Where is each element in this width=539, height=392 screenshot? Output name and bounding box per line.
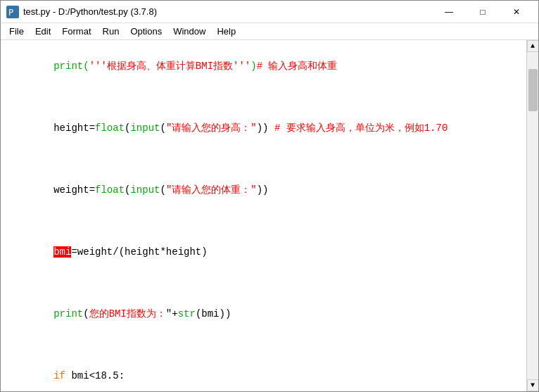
- menu-window[interactable]: Window: [167, 25, 211, 38]
- maximize-button[interactable]: □: [467, 1, 499, 23]
- menu-file[interactable]: File: [4, 25, 30, 38]
- editor-area: print('''根据身高、体重计算BMI指数''')# 输入身高和体重 hei…: [1, 40, 538, 391]
- code-line-10: [6, 337, 521, 353]
- close-button[interactable]: ✕: [500, 1, 533, 23]
- scroll-thumb[interactable]: [528, 69, 538, 111]
- menu-options[interactable]: Options: [125, 25, 167, 38]
- main-window: P test.py - D:/Python/test.py (3.7.8) — …: [0, 0, 539, 392]
- code-line-4: [6, 151, 521, 167]
- code-line-2: [6, 89, 521, 105]
- menu-bar: File Edit Format Run Options Window Help: [1, 23, 538, 40]
- code-editor[interactable]: print('''根据身高、体重计算BMI指数''')# 输入身高和体重 hei…: [1, 40, 526, 391]
- title-bar-left: P test.py - D:/Python/test.py (3.7.8): [6, 6, 157, 18]
- python-icon: P: [6, 6, 19, 18]
- code-line-8: [6, 275, 521, 291]
- svg-text:P: P: [8, 8, 13, 18]
- scroll-up-button[interactable]: ▲: [527, 40, 539, 52]
- code-line-7: bmi=weight/(height*height): [6, 229, 521, 275]
- window-title: test.py - D:/Python/test.py (3.7.8): [23, 6, 157, 17]
- code-line-9: print(您的BMI指数为："+str(bmi)): [6, 291, 521, 337]
- code-line-6: [6, 213, 521, 229]
- minimize-button[interactable]: —: [433, 1, 465, 23]
- code-line-1: print('''根据身高、体重计算BMI指数''')# 输入身高和体重: [6, 43, 521, 89]
- menu-edit[interactable]: Edit: [30, 25, 56, 38]
- title-bar: P test.py - D:/Python/test.py (3.7.8) — …: [1, 1, 538, 23]
- code-line-5: weight=float(input("请输入您的体重：")): [6, 167, 521, 213]
- menu-format[interactable]: Format: [56, 25, 96, 38]
- vertical-scrollbar[interactable]: ▲ ▼: [526, 40, 538, 391]
- menu-run[interactable]: Run: [97, 25, 125, 38]
- scroll-down-button[interactable]: ▼: [527, 379, 539, 391]
- title-controls: — □ ✕: [433, 1, 533, 23]
- code-line-3: height=float(input("请输入您的身高：")) # 要求输入身高…: [6, 105, 521, 151]
- code-line-11: if bmi<18.5:: [6, 353, 521, 391]
- menu-help[interactable]: Help: [211, 25, 241, 38]
